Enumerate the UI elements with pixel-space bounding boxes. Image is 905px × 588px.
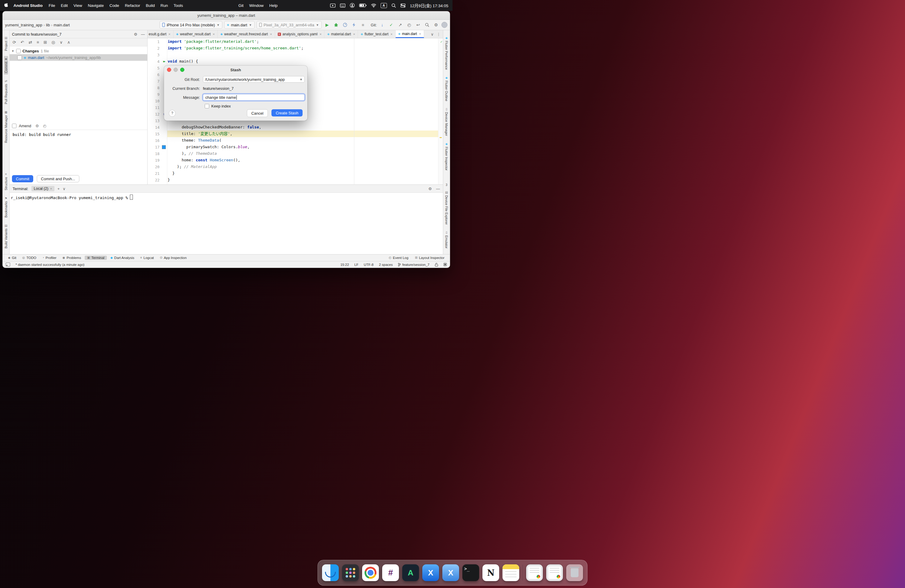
toolwindow-button-problems[interactable]: ◉Problems (60, 256, 84, 260)
run-config-selector[interactable]: ◈ main.dart ▼ (224, 21, 255, 29)
strip-item-device-file-explorer[interactable]: ▤Device File Explorer (445, 191, 448, 224)
profile-avatar[interactable] (441, 22, 448, 28)
hide-panel-icon[interactable]: — (141, 32, 145, 37)
breadcrumb-yumemi-training-app[interactable]: yumemi_training_app (5, 23, 42, 27)
tab-material-dart[interactable]: ◈material.dart× (324, 30, 358, 38)
run-button[interactable]: ▶ (324, 21, 331, 29)
toolwindow-toggle-icon[interactable] (6, 262, 10, 267)
input-source-icon[interactable]: A (381, 3, 387, 8)
terminal-output[interactable]: r_iseki@RyutaronoMacBook-Pro yumemi_trai… (10, 193, 443, 254)
toolwindow-button-logcat[interactable]: ≡Logcat (138, 256, 156, 260)
amend-checkbox[interactable] (12, 124, 16, 128)
tab-list-chevron-icon[interactable]: ∨ (431, 32, 433, 37)
close-icon[interactable]: × (213, 32, 214, 36)
tab-flutter-test-dart[interactable]: ◈flutter_test.dart× (358, 30, 395, 38)
profiler-button[interactable] (341, 21, 349, 29)
flutter-attach-button[interactable] (351, 21, 358, 29)
close-icon[interactable]: × (50, 187, 52, 191)
tab-options-kebab-icon[interactable]: ⋮ (437, 32, 441, 37)
menu-git[interactable]: Git (238, 3, 243, 8)
git-root-select[interactable]: /Users/ryutaroiseki/work/yumemi_training… (203, 76, 305, 83)
create-stash-button[interactable]: Create Stash (272, 109, 303, 116)
tab-main-dart[interactable]: ◈main.dart× (395, 30, 424, 38)
toolwindow-button-layout-inspector[interactable]: ⊞Layout Inspector (413, 256, 447, 260)
menu-run[interactable]: Run (160, 3, 168, 8)
minimize-traffic-light[interactable] (173, 68, 178, 72)
toolwindow-button-app-inspection[interactable]: ⊙App Inspection (157, 256, 189, 260)
strip-item-flutter-outline[interactable]: ◈Flutter Outline (445, 76, 448, 101)
stash-message-input[interactable]: change title name (203, 94, 305, 100)
close-traffic-light[interactable] (167, 68, 171, 72)
rollback-icon[interactable]: ↶ (21, 40, 24, 44)
changes-checkbox[interactable] (16, 49, 21, 53)
commit-message-editor[interactable]: build: build build runner (10, 130, 147, 173)
commit-and-push-button[interactable]: Commit and Push... (37, 175, 79, 182)
git-branch-indicator[interactable]: feature/session_7 (398, 263, 429, 267)
help-button[interactable]: ? (169, 110, 176, 117)
strip-item-pull-requests[interactable]: ⇄Pull Requests (4, 79, 8, 104)
indent-indicator[interactable]: 2 spaces (379, 263, 393, 267)
stop-button[interactable]: ■ (359, 21, 367, 29)
close-icon[interactable]: × (353, 32, 355, 36)
chevron-down-icon[interactable]: ▼ (11, 49, 14, 53)
menu-refactor[interactable]: Refactor (125, 3, 140, 8)
apple-menu-icon[interactable] (4, 3, 9, 8)
keep-index-checkbox[interactable] (205, 104, 209, 108)
strip-item-build-variants[interactable]: ▤Build Variants (4, 224, 8, 248)
breadcrumb-main-dart[interactable]: main.dart (54, 23, 70, 27)
zoom-traffic-light[interactable] (180, 68, 184, 72)
compare-icon[interactable]: ⇄ (29, 40, 32, 44)
menu-view[interactable]: View (74, 3, 82, 8)
commit-options-gear-icon[interactable]: ⚙ (134, 32, 137, 37)
breadcrumb-lib[interactable]: lib (46, 23, 50, 27)
toolwindow-button-todo[interactable]: ◎TODO (20, 256, 39, 260)
caret-position[interactable]: 15:22 (340, 263, 349, 267)
menu-help[interactable]: Help (269, 3, 278, 8)
group-by-icon[interactable]: ⊞ (43, 40, 47, 44)
terminal-tab-chevron-icon[interactable]: ∨ (62, 186, 65, 191)
strip-item-structure[interactable]: ≡Structure (4, 173, 8, 191)
toolwindow-button-event-log[interactable]: ◴Event Log (386, 256, 411, 260)
toolwindow-button-terminal[interactable]: ▣Terminal (85, 256, 107, 260)
search-icon[interactable] (391, 3, 396, 8)
strip-item-commit[interactable]: ◆Commit (4, 56, 8, 75)
strip-item-bookmarks[interactable]: ⚑Bookmarks (4, 197, 8, 218)
menu-navigate[interactable]: Navigate (88, 3, 104, 8)
file-checkbox[interactable] (17, 56, 22, 60)
strip-item-flutter-performance[interactable]: ◈Flutter Performance (445, 37, 448, 70)
stash-dialog-title-bar[interactable]: Stash (164, 65, 307, 74)
strip-item-resource-manager[interactable]: ▦Resource Manager (4, 111, 8, 143)
expand-all-icon[interactable]: ∨ (60, 40, 62, 44)
toolwindow-button-profiler[interactable]: ◔Profiler (40, 256, 59, 260)
strip-item-emulator[interactable]: ▯Emulator (445, 231, 448, 248)
changed-file-row[interactable]: ◈ main.dart ~/work/yumemi_training_app/l… (10, 54, 147, 61)
close-icon[interactable]: × (391, 32, 392, 36)
tab-weather-result-dart[interactable]: ◈weather_result.dart× (173, 30, 218, 38)
screen-mirroring-icon[interactable] (330, 3, 335, 8)
run-main-gutter-icon[interactable]: ▶▶ (163, 60, 165, 63)
avd-selector[interactable]: Pixel_3a_API_33_arm64-v8a ▼ (256, 21, 322, 29)
commit-history-icon[interactable]: ◴ (43, 124, 46, 128)
menu-file[interactable]: File (49, 3, 55, 8)
close-icon[interactable]: × (320, 32, 321, 36)
git-push-button[interactable]: ↗ (397, 21, 404, 29)
toolwindow-button-git[interactable]: ◆Git (6, 256, 19, 260)
new-terminal-tab-button[interactable]: + (57, 186, 60, 191)
terminal-settings-gear-icon[interactable]: ⚙ (428, 186, 432, 191)
wifi-icon[interactable] (371, 3, 376, 8)
strip-item-project[interactable]: ▤Project (4, 37, 8, 51)
menubar-app-name[interactable]: Android Studio (13, 3, 43, 8)
tab-analysis-options-yaml[interactable]: Yanalysis_options.yaml× (275, 30, 325, 38)
settings-gear-icon[interactable]: ⚙ (432, 21, 440, 29)
menubar-clock[interactable]: 12月9日(金) 17:34:05 (410, 2, 448, 8)
tab-weather-result-freezed-dart[interactable]: ◈weather_result.freezed.dart× (218, 30, 275, 38)
menu-window[interactable]: Window (249, 3, 264, 8)
menu-code[interactable]: Code (110, 3, 119, 8)
close-icon[interactable]: × (168, 32, 170, 36)
menu-tools[interactable]: Tools (173, 3, 183, 8)
changes-list-icon[interactable]: ≡ (37, 40, 39, 44)
strip-item-flutter-inspector[interactable]: ◈Flutter Inspector (445, 143, 448, 170)
battery-icon[interactable] (359, 3, 367, 7)
background-tasks-icon[interactable] (443, 263, 447, 266)
cancel-button[interactable]: Cancel (247, 109, 268, 117)
